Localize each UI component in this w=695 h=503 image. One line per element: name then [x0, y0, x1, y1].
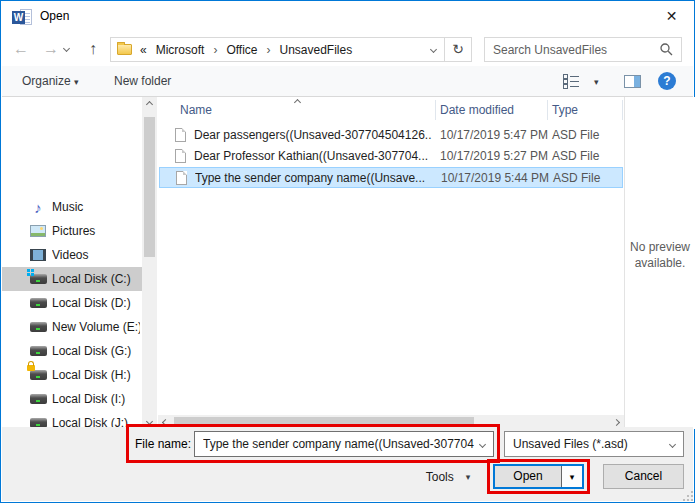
up-icon[interactable]: ↑: [82, 33, 104, 66]
help-icon[interactable]: ?: [658, 72, 676, 90]
locked-drive-icon: [29, 366, 47, 384]
drive-icon: [29, 342, 47, 360]
sidebar-item-label: Pictures: [52, 224, 140, 238]
file-type-combobox[interactable]: Unsaved Files (*.asd): [504, 431, 684, 457]
file-icon: [175, 128, 186, 142]
organize-label: Organize: [22, 74, 71, 88]
search-box[interactable]: Search UnsavedFiles: [484, 37, 682, 62]
column-divider[interactable]: [435, 100, 436, 120]
file-date-modified: 10/17/2019 5:27 PM: [440, 146, 548, 167]
column-header-date-modified[interactable]: Date modified: [440, 97, 514, 123]
word-app-icon: W: [12, 8, 32, 26]
forward-icon[interactable]: →: [40, 33, 62, 66]
sidebar-item-videos[interactable]: Videos: [2, 243, 142, 267]
sidebar-scrollbar[interactable]: [142, 97, 157, 429]
sidebar-item-new-volume-e[interactable]: New Volume (E:): [2, 315, 142, 339]
open-button[interactable]: Open ▾: [493, 464, 584, 489]
cancel-button[interactable]: Cancel: [603, 464, 684, 489]
sidebar-item-label: Videos: [52, 248, 140, 262]
change-view-icon[interactable]: [563, 74, 580, 89]
navigation-pane: ♪ Music Pictures Videos Local Disk (C:) …: [2, 97, 158, 429]
new-folder-button[interactable]: New folder: [114, 66, 171, 96]
search-icon[interactable]: [660, 43, 673, 56]
sidebar-item-label: New Volume (E:): [52, 320, 140, 334]
preview-pane: No preview available.: [624, 97, 695, 429]
open-dropdown-icon[interactable]: ▾: [561, 466, 582, 487]
scrollbar-thumb[interactable]: [174, 417, 474, 427]
file-name-value[interactable]: Type the sender company name((Unsaved-30…: [203, 437, 480, 451]
preview-pane-icon[interactable]: [624, 75, 641, 88]
view-dropdown-icon[interactable]: ▾: [594, 66, 599, 96]
sidebar-item-label: Local Disk (I:): [52, 392, 140, 406]
file-name-combobox[interactable]: Type the sender company name((Unsaved-30…: [194, 431, 494, 457]
column-divider[interactable]: [622, 100, 623, 120]
tools-dropdown-icon: ▾: [466, 472, 471, 482]
breadcrumb-separator: ›: [267, 43, 271, 57]
scroll-up-icon[interactable]: [142, 97, 157, 112]
drive-icon: [29, 294, 47, 312]
refresh-icon[interactable]: ↻: [445, 37, 472, 62]
sidebar-item-local-disk-c[interactable]: Local Disk (C:): [2, 267, 142, 291]
file-row-selected[interactable]: Type the sender company name((Unsave... …: [159, 167, 623, 188]
sidebar-item-pictures[interactable]: Pictures: [2, 219, 142, 243]
breadcrumb-item-unsavedfiles[interactable]: UnsavedFiles: [280, 43, 353, 57]
file-type: ASD File: [553, 168, 600, 189]
sidebar-item-label: Local Disk (D:): [52, 296, 140, 310]
system-drive-icon: [29, 270, 47, 288]
combobox-chevron-icon[interactable]: [669, 440, 676, 447]
new-folder-label: New folder: [114, 74, 171, 88]
open-dialog: W Open ✕ ← → ↑ « Microsoft › Office › Un…: [0, 0, 695, 503]
sidebar-item-local-disk-g[interactable]: Local Disk (G:): [2, 339, 142, 363]
breadcrumb-overflow[interactable]: «: [140, 43, 147, 57]
file-row[interactable]: Dear passengers((Unsaved-307704504126...…: [159, 125, 623, 146]
drive-icon: [29, 318, 47, 336]
search-placeholder: Search UnsavedFiles: [493, 43, 660, 57]
file-date-modified: 10/17/2019 5:47 PM: [440, 125, 548, 146]
no-preview-message: No preview available.: [625, 239, 695, 271]
word-icon-letter: W: [12, 11, 25, 24]
resize-grip[interactable]: [687, 495, 689, 497]
column-divider[interactable]: [547, 100, 548, 120]
videos-icon: [29, 246, 47, 264]
scrollbar-thumb[interactable]: [144, 117, 155, 257]
sidebar-item-label: Music: [52, 200, 140, 214]
sidebar-item-label: Local Disk (H:): [52, 368, 140, 382]
sidebar-item-label: Local Disk (G:): [52, 344, 140, 358]
navigation-bar: ← → ↑ « Microsoft › Office › UnsavedFile…: [2, 33, 693, 66]
tools-label: Tools: [426, 470, 454, 484]
back-icon[interactable]: ←: [10, 33, 32, 66]
file-name: Type the sender company name((Unsave...: [195, 168, 433, 189]
close-icon[interactable]: ✕: [649, 1, 694, 32]
breadcrumb-item-office[interactable]: Office: [226, 43, 257, 57]
dialog-content: ♪ Music Pictures Videos Local Disk (C:) …: [2, 97, 693, 429]
file-name-label: File name:: [135, 431, 191, 457]
sidebar-item-local-disk-d[interactable]: Local Disk (D:): [2, 291, 142, 315]
column-header-row: Name Date modified Type: [158, 97, 624, 123]
file-row[interactable]: Dear Professor Kathian((Unsaved-307704..…: [159, 146, 623, 167]
address-bar[interactable]: « Microsoft › Office › UnsavedFiles: [110, 37, 445, 62]
dialog-footer: File name: Type the sender company name(…: [2, 427, 693, 501]
sidebar-item-local-disk-h[interactable]: Local Disk (H:): [2, 363, 142, 387]
sort-ascending-icon: [294, 99, 301, 106]
music-note-icon: ♪: [29, 198, 47, 216]
combobox-chevron-icon[interactable]: [479, 440, 486, 447]
file-date-modified: 10/17/2019 5:44 PM: [441, 168, 549, 189]
history-chevron-icon[interactable]: [63, 45, 70, 52]
open-button-label[interactable]: Open: [495, 466, 561, 487]
file-type: ASD File: [552, 146, 599, 167]
organize-button[interactable]: Organize ▾: [22, 66, 79, 96]
file-type: ASD File: [552, 125, 599, 146]
organize-dropdown-icon: ▾: [74, 77, 79, 87]
address-dropdown-chevron-icon[interactable]: [430, 46, 437, 53]
breadcrumb-separator: ›: [213, 43, 217, 57]
sidebar-item-local-disk-i[interactable]: Local Disk (I:): [2, 387, 142, 411]
file-name: Dear Professor Kathian((Unsaved-307704..…: [194, 146, 432, 167]
file-type-value: Unsaved Files (*.asd): [513, 437, 670, 451]
file-name: Dear passengers((Unsaved-307704504126...: [194, 125, 432, 146]
sidebar-item-music[interactable]: ♪ Music: [2, 195, 142, 219]
tools-button[interactable]: Tools ▾: [414, 464, 482, 489]
dialog-title: Open: [40, 1, 69, 32]
column-header-type[interactable]: Type: [552, 97, 578, 123]
breadcrumb-item-microsoft[interactable]: Microsoft: [156, 43, 205, 57]
column-header-name[interactable]: Name: [180, 97, 212, 123]
